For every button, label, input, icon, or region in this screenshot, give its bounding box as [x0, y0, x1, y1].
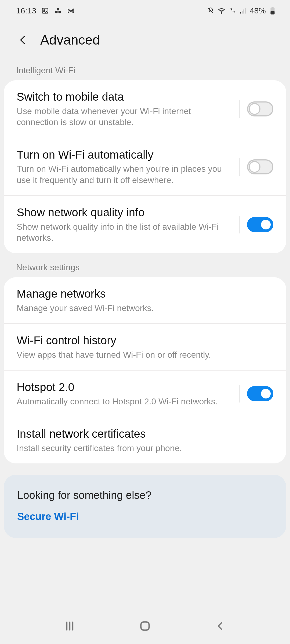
svg-point-4	[58, 11, 61, 13]
card-intelligent: Switch to mobile data Use mobile data wh…	[4, 80, 286, 253]
row-sub: Turn on Wi-Fi automatically when you're …	[17, 163, 230, 186]
related-card: Looking for something else? Secure Wi-Fi	[4, 475, 286, 538]
row-manage-networks[interactable]: Manage networks Manage your saved Wi-Fi …	[4, 277, 286, 323]
status-bar: 16:13 48%	[0, 0, 290, 21]
status-time: 16:13	[16, 6, 36, 15]
row-sub: Show network quality info in the list of…	[17, 221, 230, 244]
svg-point-3	[55, 11, 58, 13]
row-wifi-history[interactable]: Wi-Fi control history View apps that hav…	[4, 323, 286, 370]
section-label-intelligent: Intelligent Wi-Fi	[0, 64, 290, 80]
divider	[239, 100, 240, 118]
toggle-network-quality[interactable]	[247, 217, 273, 232]
wifi-calling-icon	[228, 7, 236, 15]
row-title: Hotspot 2.0	[17, 380, 230, 394]
related-title: Looking for something else?	[17, 489, 273, 501]
row-install-certs[interactable]: Install network certificates Install sec…	[4, 417, 286, 463]
row-sub: Install security certificates from your …	[17, 443, 271, 454]
battery-text: 48%	[250, 6, 266, 15]
app-header: Advanced	[0, 21, 290, 64]
row-title: Install network certificates	[17, 427, 271, 441]
svg-point-5	[221, 13, 222, 14]
svg-rect-12	[271, 11, 275, 14]
divider	[239, 385, 240, 402]
svg-rect-8	[243, 9, 244, 13]
row-sub: Use mobile data whenever your Wi-Fi inte…	[17, 106, 230, 128]
dots-icon	[54, 7, 62, 15]
wifi-icon	[218, 7, 226, 15]
signal-icon	[239, 7, 247, 15]
divider	[239, 158, 240, 176]
row-title: Wi-Fi control history	[17, 334, 271, 348]
row-sub: Automatically connect to Hotspot 2.0 Wi-…	[17, 396, 230, 407]
row-title: Switch to mobile data	[17, 90, 230, 104]
picture-icon	[41, 7, 49, 15]
svg-rect-16	[141, 622, 149, 630]
status-left: 16:13	[16, 6, 75, 15]
row-sub: View apps that have turned Wi-Fi on or o…	[17, 349, 271, 361]
svg-rect-6	[240, 12, 241, 14]
battery-icon	[269, 7, 277, 15]
row-sub: Manage your saved Wi-Fi networks.	[17, 303, 271, 314]
toggle-hotspot[interactable]	[247, 386, 273, 401]
status-right: 48%	[207, 6, 277, 15]
toggle-switch-mobile-data[interactable]	[247, 101, 273, 116]
navigation-bar	[0, 608, 290, 644]
page-title: Advanced	[40, 32, 100, 48]
svg-point-2	[57, 8, 59, 10]
vibrate-icon	[207, 7, 215, 15]
section-label-network: Network settings	[0, 253, 290, 277]
row-title: Manage networks	[17, 287, 271, 301]
row-auto-wifi[interactable]: Turn on Wi-Fi automatically Turn on Wi-F…	[4, 138, 286, 196]
svg-rect-7	[242, 11, 243, 14]
nav-back-button[interactable]	[212, 618, 228, 634]
svg-point-1	[44, 10, 45, 11]
nav-home-button[interactable]	[137, 618, 153, 634]
row-switch-mobile-data[interactable]: Switch to mobile data Use mobile data wh…	[4, 80, 286, 138]
row-network-quality[interactable]: Show network quality info Show network q…	[4, 195, 286, 253]
divider	[239, 216, 240, 233]
toggle-auto-wifi[interactable]	[247, 159, 273, 174]
card-network: Manage networks Manage your saved Wi-Fi …	[4, 277, 286, 463]
row-hotspot[interactable]: Hotspot 2.0 Automatically connect to Hot…	[4, 370, 286, 417]
nav-recents-button[interactable]	[62, 618, 78, 634]
back-button[interactable]	[16, 33, 30, 47]
gmail-icon	[67, 7, 75, 15]
svg-rect-9	[245, 8, 246, 14]
link-secure-wifi[interactable]: Secure Wi-Fi	[17, 511, 273, 522]
row-title: Show network quality info	[17, 206, 230, 220]
svg-rect-11	[271, 7, 274, 8]
row-title: Turn on Wi-Fi automatically	[17, 148, 230, 162]
